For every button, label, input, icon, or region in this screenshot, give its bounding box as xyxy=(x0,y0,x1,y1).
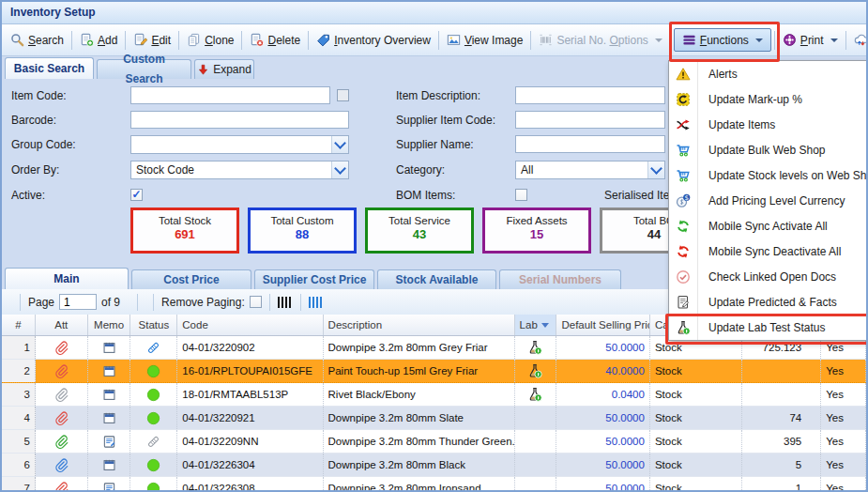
view-image-button[interactable]: View Image xyxy=(442,30,528,50)
total-box-fixed-assets[interactable]: Fixed Assets15 xyxy=(482,208,591,254)
serialised-ite-label: Serialised Ite xyxy=(604,189,669,202)
supplier-item-code-input[interactable] xyxy=(515,111,665,129)
barcode-input[interactable] xyxy=(130,111,349,129)
cell-desc: Downpipe 3.2m 80mm Thunder Green... xyxy=(324,430,515,453)
table-row[interactable]: 604-01/3226304Downpipe 3.2m 80mm Black50… xyxy=(2,454,866,477)
item-code-checkbox[interactable] xyxy=(337,89,349,101)
cell-active: Yes xyxy=(821,360,866,382)
clone-button[interactable]: Clone xyxy=(182,30,238,50)
barcode-black-icon[interactable] xyxy=(278,297,293,308)
search-label: Search xyxy=(28,34,64,47)
total-box-total-custom[interactable]: Total Custom88 xyxy=(248,208,357,254)
tab-expand[interactable]: Expand xyxy=(194,59,254,79)
column-header-desc[interactable]: Description xyxy=(324,315,515,335)
menu-item-label: Update Mark-up % xyxy=(697,93,802,106)
status-green-icon xyxy=(146,458,160,472)
search-button[interactable]: Search xyxy=(6,30,69,50)
column-header-num[interactable]: # xyxy=(2,315,36,335)
inventory-overview-button[interactable]: Inventory Overview xyxy=(312,30,435,50)
toolbar-divider xyxy=(530,31,531,50)
page-number-input[interactable] xyxy=(59,294,97,310)
inventory-table: #AttMemoStatusCodeDescriptionLabDefault … xyxy=(2,315,866,490)
menu-item-update-predicted-facts[interactable]: Update Predicted & Facts xyxy=(669,289,868,315)
tab-label: Expand xyxy=(213,60,251,80)
column-header-price[interactable]: Default Selling Price xyxy=(556,315,650,335)
active-checkbox[interactable]: ✓ xyxy=(130,189,143,201)
group-code-select[interactable] xyxy=(130,135,349,154)
import-button[interactable]: Imp xyxy=(849,30,868,50)
menu-item-add-pricing-level-currency[interactable]: $Add Pricing Level Currency xyxy=(669,188,868,213)
notepad-icon xyxy=(102,482,116,492)
print-button[interactable]: Print xyxy=(778,30,843,50)
cell-qty xyxy=(742,383,821,406)
table-row[interactable]: 318-01/RMTAABL513PRivet Black/Ebony0.040… xyxy=(2,383,866,407)
menu-item-update-items[interactable]: Update Items xyxy=(669,112,868,137)
column-header-att[interactable]: Att xyxy=(36,315,88,335)
chevron-down-icon xyxy=(655,38,662,42)
menu-item-label: Update Items xyxy=(697,118,775,131)
menu-item-mobile-sync-activate-all[interactable]: Mobile Sync Activate All xyxy=(669,213,868,238)
menu-item-alerts[interactable]: Alerts xyxy=(669,61,868,86)
add-button[interactable]: Add xyxy=(75,30,122,50)
menu-item-mobile-sync-deactivate-all[interactable]: Mobile Sync Deactivate All xyxy=(669,238,868,264)
category-select[interactable]: All xyxy=(515,161,665,179)
cell-cat: Stock xyxy=(650,477,743,492)
cell-desc: Downpipe 3.2m 80mm Black xyxy=(324,454,515,476)
tab-cost-price[interactable]: Cost Price xyxy=(131,269,251,289)
remove-paging-checkbox[interactable] xyxy=(250,296,262,308)
functions-button[interactable]: Functions xyxy=(674,28,771,52)
menu-item-update-mark-up[interactable]: Update Mark-up % xyxy=(669,86,868,112)
total-label: Total Service xyxy=(368,215,471,226)
calendar-icon xyxy=(102,411,116,425)
menu-item-update-bulk-web-shop[interactable]: Update Bulk Web Shop xyxy=(669,137,868,162)
table-row[interactable]: 504-01/32209NNDownpipe 3.2m 80mm Thunder… xyxy=(2,430,866,454)
bom-items-checkbox[interactable] xyxy=(515,189,527,201)
edit-button[interactable]: Edit xyxy=(129,30,175,50)
webshop-icon xyxy=(669,143,697,158)
tab-stock-available[interactable]: Stock Available xyxy=(377,269,496,289)
page-title: Inventory Setup xyxy=(2,2,866,24)
item-description-input[interactable] xyxy=(515,86,665,104)
tab-main[interactable]: Main xyxy=(5,268,129,289)
delete-button[interactable]: Delete xyxy=(245,30,305,50)
tab-basic-search[interactable]: Basic Search xyxy=(5,57,94,79)
divider xyxy=(300,294,301,311)
chevron-down-icon xyxy=(755,38,763,42)
barcode-blue-icon[interactable] xyxy=(309,297,324,308)
table-row[interactable]: 704-01/3226308Downpipe 3.2m 80mm Ironsan… xyxy=(2,477,866,492)
column-header-code[interactable]: Code xyxy=(177,315,323,335)
cell-memo xyxy=(88,383,131,406)
cell-num: 3 xyxy=(2,383,36,406)
total-value: 43 xyxy=(368,227,471,241)
currency-icon: $ xyxy=(669,193,697,208)
total-box-total-service[interactable]: Total Service43 xyxy=(365,208,474,254)
sync-red-icon xyxy=(669,244,697,259)
total-value: 88 xyxy=(251,227,354,241)
cell-cat: Stock xyxy=(650,407,743,429)
cell-cat: Stock xyxy=(650,360,743,382)
sync-green-icon xyxy=(669,219,697,234)
menu-item-update-stock-levels-on-web-shop[interactable]: Update Stock levels on Web Shop xyxy=(669,162,868,188)
table-row[interactable]: 216-01/RPLTOUPAI015GFEPaint Touch-up 15m… xyxy=(2,360,866,383)
cell-active: Yes xyxy=(821,407,866,429)
menu-item-check-linked-open-docs[interactable]: Check Linked Open Docs xyxy=(669,264,868,289)
cell-memo xyxy=(88,336,131,359)
cell-num: 5 xyxy=(2,430,36,453)
tab-supplier-cost-price[interactable]: Supplier Cost Price xyxy=(254,269,374,289)
lab-flask-icon xyxy=(527,363,542,378)
column-header-status[interactable]: Status xyxy=(130,315,177,335)
cell-price: 50.0000 xyxy=(556,430,650,453)
cell-memo xyxy=(88,430,131,453)
order-by-select[interactable]: Stock Code xyxy=(130,161,349,179)
column-header-lab[interactable]: Lab xyxy=(515,315,557,335)
total-box-total-stock[interactable]: Total Stock691 xyxy=(130,208,239,254)
paperclip-green-icon xyxy=(54,435,69,449)
tab-custom-search[interactable]: Custom Search xyxy=(97,59,191,79)
item-code-input[interactable] xyxy=(130,86,330,104)
cell-qty: 1 xyxy=(742,477,821,492)
supplier-name-input[interactable] xyxy=(515,135,665,153)
table-row[interactable]: 404-01/3220921Downpipe 3.2m 80mm Slate50… xyxy=(2,407,866,430)
menu-item-update-lab-test-status[interactable]: Update Lab Test Status xyxy=(669,315,868,340)
functions-menu: AlertsUpdate Mark-up %Update ItemsUpdate… xyxy=(668,60,868,341)
column-header-memo[interactable]: Memo xyxy=(88,315,131,335)
